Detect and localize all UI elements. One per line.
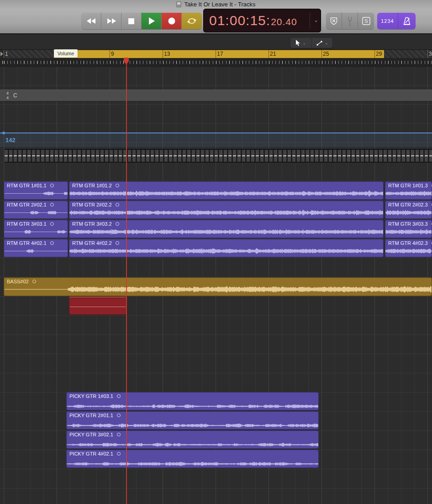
audio-region[interactable]: PICKY GTR 2#01.1 [66, 411, 319, 430]
x-in-shield-icon [329, 16, 338, 26]
play-icon [148, 17, 155, 25]
lcd-divider [310, 12, 310, 29]
toolbar: Take It Or Leave It - Tracks [0, 0, 432, 34]
region-waveform [66, 450, 319, 468]
audio-region[interactable]: RTM GTR 3#03.1 [4, 220, 68, 238]
logic-tracks-window: Take It Or Leave It - Tracks [0, 0, 432, 504]
bar-tick [4, 50, 4, 58]
lcd-chevron-down-icon[interactable]: ⌄ [314, 17, 318, 23]
rewind-button[interactable] [81, 13, 101, 29]
s-in-square-icon: S [362, 17, 370, 25]
bar-tick [427, 50, 428, 58]
region-waveform [69, 220, 384, 238]
time-signature-top: 4 [6, 91, 9, 95]
region-waveform [385, 239, 432, 257]
tuning-fork-icon [346, 16, 353, 26]
audio-region[interactable]: RTM GTR 2#02.2 [69, 201, 384, 219]
bar-number: 25 [323, 51, 329, 57]
lcd-display[interactable]: 01:00:15: 20.40 ⌄ [203, 9, 321, 32]
bar-tick [163, 50, 163, 58]
rewind-icon [86, 18, 96, 24]
tuner-button[interactable] [342, 13, 358, 29]
audio-region[interactable]: RTM GTR 3#03.3 [385, 220, 432, 238]
muted-region[interactable] [69, 297, 126, 315]
forward-button[interactable] [101, 13, 121, 29]
tempo-value: 142 [5, 137, 16, 143]
playhead-line[interactable] [126, 58, 127, 504]
left-click-tool-button[interactable]: ⌄ [290, 38, 311, 48]
tempo-node-icon[interactable] [2, 132, 5, 134]
bar-tick [110, 50, 110, 58]
metronome-button[interactable] [398, 13, 416, 29]
document-proxy-icon[interactable] [176, 1, 181, 7]
audio-region[interactable]: PICKY GTR 3#02.1 [66, 430, 319, 449]
monitor-mode-buttons: S [326, 13, 374, 29]
ruler-outside-cycle-left [4, 50, 54, 58]
solo-button[interactable]: S [358, 13, 374, 29]
region-waveform [66, 392, 319, 410]
lcd-time-main: 01:00:15: [209, 13, 270, 28]
no-input-monitoring-button[interactable] [326, 13, 342, 29]
audio-region[interactable]: RTM GTR 4#02.1 [4, 239, 68, 257]
region-waveform [66, 430, 319, 449]
region-waveform [385, 181, 432, 200]
stop-icon [128, 18, 134, 24]
bar-tick [269, 50, 269, 58]
play-button[interactable] [142, 13, 162, 29]
command-click-tool-button[interactable]: ⌄ [311, 38, 333, 48]
ruler-outside-cycle-right [384, 50, 432, 58]
region-waveform [385, 220, 432, 238]
stop-button[interactable] [121, 13, 142, 29]
tool-selector: ⌄ ⌄ [290, 38, 332, 48]
audio-region[interactable]: RTM GTR 1#01.2 [69, 181, 384, 200]
time-signature-bottom: 4 [6, 95, 9, 100]
audio-region[interactable]: PICKY GTR 1#03.1 [66, 392, 319, 410]
metronome-icon [403, 17, 411, 25]
audio-region[interactable]: RTM GTR 1#01.1 [4, 181, 68, 200]
bar-tick [374, 50, 375, 58]
tempo-track[interactable]: 142 [0, 133, 432, 147]
region-waveform [385, 201, 432, 219]
bar-number: 21 [270, 51, 276, 57]
global-tracks-disclosure-icon[interactable] [0, 52, 3, 56]
ruler-tick-row[interactable] [0, 58, 432, 67]
region-waveform [4, 201, 68, 219]
volume-tooltip: Volume [54, 49, 78, 58]
automation-tool-icon [316, 40, 323, 46]
region-midline [70, 307, 126, 308]
cycle-button[interactable] [182, 13, 202, 29]
chevron-down-icon: ⌄ [325, 41, 328, 45]
beat-mapping-track[interactable] [5, 149, 432, 163]
playhead-marker[interactable] [123, 58, 130, 65]
audio-region[interactable]: RTM GTR 3#03.2 [69, 220, 384, 238]
audio-region[interactable]: RTM GTR 4#02.2 [69, 239, 384, 257]
cycle-icon [186, 17, 197, 25]
forward-icon [106, 18, 116, 24]
audio-region[interactable]: BASS#02 [4, 277, 432, 296]
audio-region[interactable]: RTM GTR 4#02.3 [385, 239, 432, 257]
time-signature-track[interactable]: 4 4 C [0, 90, 432, 101]
audio-region[interactable]: RTM GTR 2#02.3 [385, 201, 432, 219]
record-icon [168, 17, 175, 25]
bar-number: 17 [217, 51, 223, 57]
record-button[interactable] [162, 13, 182, 29]
pointer-tool-icon [295, 40, 300, 46]
bar-number: 1 [5, 51, 8, 57]
svg-text:S: S [364, 18, 368, 24]
volume-tooltip-label: Volume [58, 51, 74, 56]
time-signature-value: 4 4 [6, 91, 9, 101]
window-titlebar: Take It Or Leave It - Tracks [0, 0, 432, 8]
region-waveform [4, 181, 68, 200]
audio-region[interactable]: PICKY GTR 4#02.1 [66, 450, 319, 468]
region-waveform [69, 239, 384, 257]
region-waveform [4, 220, 68, 238]
bar-tick [216, 50, 216, 58]
transport-controls [81, 13, 202, 29]
metronome-buttons: 1234 [377, 13, 416, 29]
audio-region[interactable]: RTM GTR 2#02.1 [4, 201, 68, 219]
bar-number: 29 [376, 51, 382, 57]
audio-region[interactable]: RTM GTR 1#01.3 [385, 181, 432, 200]
bar-tick [321, 50, 322, 58]
count-in-button[interactable]: 1234 [377, 13, 398, 29]
region-waveform [66, 411, 319, 430]
